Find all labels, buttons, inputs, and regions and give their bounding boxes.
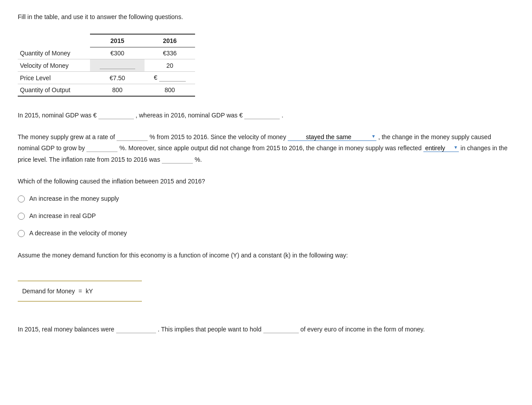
last-part3: of every euro of income in the form of m… [300, 326, 425, 333]
velocity-2015-input[interactable] [100, 62, 135, 69]
hold-amount-input[interactable] [263, 326, 299, 333]
which-question-section: Which of the following caused the inflat… [18, 176, 514, 239]
data-table: 2015 2016 Quantity of Money €300 €336 Ve… [18, 34, 195, 97]
table-row: Price Level €7.50 € [18, 72, 195, 84]
radio-label-money-supply: An increase in the money supply [29, 193, 119, 204]
demand-equals: = [78, 288, 82, 295]
demand-rhs: kY [86, 288, 93, 295]
money-supply-section: The money supply grew at a rate of % fro… [18, 132, 514, 165]
cell-qty-money-2016: €336 [145, 47, 195, 59]
row-label-quantity-money: Quantity of Money [18, 47, 90, 59]
velocity-dropdown[interactable]: stayed the same increased decreased [288, 133, 376, 141]
gdp-2015-input[interactable] [98, 112, 134, 119]
gdp-2016-input[interactable] [244, 112, 280, 119]
demand-for-money-box: Demand for Money = kY [18, 280, 142, 302]
real-money-balances-input[interactable] [116, 326, 156, 333]
radio-group: An increase in the money supply An incre… [18, 193, 514, 239]
radio-real-gdp[interactable] [18, 213, 25, 220]
table-row: Velocity of Money 20 [18, 59, 195, 72]
row-label-price-level: Price Level [18, 72, 90, 84]
instructions: Fill in the table, and use it to answer … [18, 13, 514, 20]
table-header-empty [18, 34, 90, 47]
money-supply-part1: The money supply grew at a rate of [18, 133, 115, 140]
radio-option-1[interactable]: An increase in the money supply [18, 193, 514, 204]
money-supply-rate-input[interactable] [117, 133, 148, 141]
inflation-rate-input[interactable] [162, 156, 193, 164]
cell-qty-output-2015: 800 [90, 84, 145, 97]
row-label-qty-output: Quantity of Output [18, 84, 90, 97]
assume-section: Assume the money demand function for thi… [18, 250, 514, 261]
cell-velocity-2015[interactable] [90, 59, 145, 72]
table-header-2015: 2015 [90, 34, 145, 47]
money-supply-part2: % from 2015 to 2016. Since the velocity … [149, 133, 286, 140]
table-row: Quantity of Output 800 800 [18, 84, 195, 97]
cell-price-2016[interactable]: € [145, 72, 195, 84]
gdp-section: In 2015, nominal GDP was € , whereas in … [18, 110, 514, 121]
last-part1: In 2015, real money balances were [18, 326, 114, 333]
cell-price-2015: €7.50 [90, 72, 145, 84]
table-row: Quantity of Money €300 €336 [18, 47, 195, 59]
row-label-velocity-money: Velocity of Money [18, 59, 90, 72]
reflected-dropdown-wrapper[interactable]: entirely partially mostly [423, 143, 459, 154]
gdp-growth-input[interactable] [86, 144, 117, 152]
cell-qty-money-2015: €300 [90, 47, 145, 59]
reflected-dropdown[interactable]: entirely partially mostly [423, 144, 459, 152]
radio-velocity[interactable] [18, 230, 25, 237]
money-supply-part6: %. [195, 156, 202, 163]
gdp-text-after: . [282, 112, 283, 119]
demand-equation: Demand for Money = kY [18, 286, 142, 296]
radio-option-3[interactable]: A decrease in the velocity of money [18, 228, 514, 239]
cell-velocity-2016: 20 [145, 59, 195, 72]
money-supply-part4-a: %. Moreover, since apple output did not … [119, 144, 422, 152]
table-header-2016: 2016 [145, 34, 195, 47]
last-section: In 2015, real money balances were . This… [18, 324, 514, 335]
cell-qty-output-2016: 800 [145, 84, 195, 97]
radio-label-velocity: A decrease in the velocity of money [29, 228, 127, 239]
euro-prefix: € [154, 74, 157, 81]
velocity-dropdown-wrapper[interactable]: stayed the same increased decreased [288, 132, 376, 143]
gdp-text-middle: , whereas in 2016, nominal GDP was € [136, 112, 243, 119]
radio-option-2[interactable]: An increase in real GDP [18, 210, 514, 222]
radio-money-supply[interactable] [18, 195, 25, 202]
demand-label: Demand for Money [22, 288, 75, 295]
radio-label-real-gdp: An increase in real GDP [29, 210, 96, 222]
last-part2: . This implies that people want to hold [158, 326, 262, 333]
assume-text: Assume the money demand function for thi… [18, 250, 514, 261]
price-2016-input[interactable] [159, 74, 186, 82]
which-question-text: Which of the following caused the inflat… [18, 176, 514, 187]
gdp-text-before: In 2015, nominal GDP was € [18, 112, 97, 119]
